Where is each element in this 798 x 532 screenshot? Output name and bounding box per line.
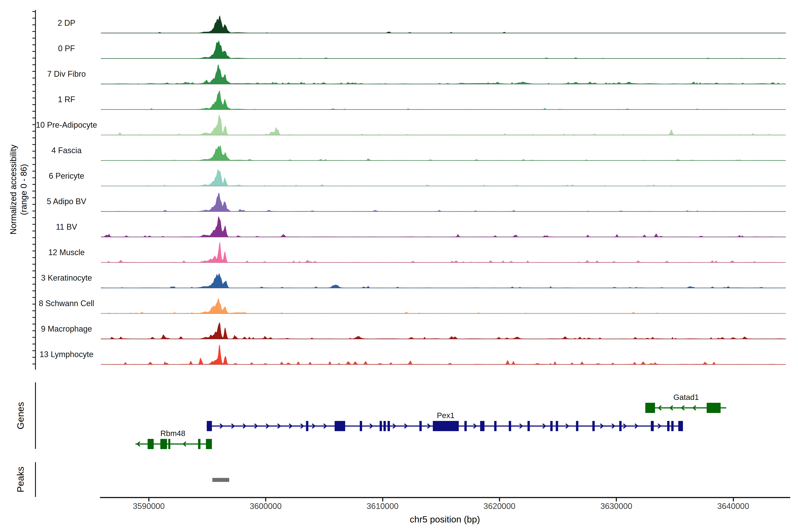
x-axis-title: chr5 position (bp): [356, 514, 534, 525]
gene-exon: [509, 421, 511, 431]
x-axis-tick: [616, 498, 617, 501]
track-label: 1 RF: [24, 94, 109, 105]
genome-tracks-figure: Normalized accessibility (range 0 - 86) …: [0, 0, 798, 532]
peaks-section-label: Peaks: [15, 467, 26, 493]
track-label: 10 Pre-Adipocyte: [24, 120, 109, 130]
gene-exon: [494, 421, 496, 431]
gene-exon: [433, 421, 459, 431]
gene-exon: [380, 421, 382, 431]
gene-exon: [576, 421, 578, 431]
genes-section-label: Genes: [15, 402, 26, 430]
gene-exon: [480, 421, 484, 431]
gene-exon: [528, 421, 530, 431]
tracks-axis-tick: [32, 117, 35, 118]
tracks-axis-tick: [32, 317, 35, 318]
tracks-axis-tick: [32, 137, 35, 138]
tracks-axis-tick: [32, 270, 35, 271]
track-signal: [101, 41, 786, 58]
gene-exon: [198, 439, 201, 449]
tracks-axis-tick: [32, 58, 35, 58]
track-label: 6 Pericyte: [24, 171, 109, 181]
tracks-axis-tick: [32, 11, 35, 12]
tracks-axis-tick: [32, 31, 35, 32]
x-axis-tick: [265, 498, 266, 501]
gene-exon: [678, 421, 683, 431]
x-axis-tick-label: 3620000: [466, 501, 533, 511]
tracks-axis-tick: [32, 244, 35, 245]
gene-exon: [148, 439, 154, 449]
gene-exon: [207, 421, 212, 431]
tracks-axis-tick: [32, 297, 35, 298]
tracks-axis-tick: [32, 337, 35, 338]
gene-exon: [335, 421, 345, 431]
tracks-axis-tick: [32, 64, 35, 65]
track-label: 9 Macrophage: [24, 324, 109, 334]
tracks-axis-tick: [32, 38, 35, 39]
x-axis-tick: [382, 498, 383, 501]
gene-exon: [592, 421, 595, 431]
gene-exon: [645, 403, 655, 413]
track-signal: [101, 345, 786, 364]
track-label: 5 Adipo BV: [24, 196, 109, 207]
gene-exon: [383, 421, 386, 431]
gene-exon: [306, 421, 308, 431]
x-axis-tick-label: 3610000: [349, 501, 416, 511]
gene-exon: [464, 421, 467, 431]
x-axis-tick-label: 3600000: [232, 501, 299, 511]
gene-exon: [619, 421, 622, 431]
x-axis-tick-label: 3640000: [700, 501, 766, 511]
track-signal: [101, 16, 786, 33]
track-label: 13 Lymphocyte: [24, 349, 109, 360]
gene-label: Gatad1: [673, 393, 699, 401]
track-signal: [101, 216, 786, 237]
gene-exon: [160, 439, 167, 449]
tracks-axis-tick: [32, 111, 35, 112]
x-axis-tick: [733, 498, 734, 501]
track-signal: [101, 91, 786, 110]
genes-bracket: [35, 382, 36, 449]
genes-panel: Gatad1Pex1Rbm48: [101, 392, 786, 451]
track-signal: [101, 273, 786, 288]
x-axis-tick-label: 3630000: [583, 501, 649, 511]
tracks-axis-tick: [32, 211, 35, 211]
track-label: 8 Schwann Cell: [24, 298, 109, 309]
track-signal: [101, 169, 786, 186]
y-axis-label-line1: Normalized accessibility: [8, 145, 19, 234]
tracks-axis-tick: [32, 363, 35, 364]
tracks-axis-tick: [32, 191, 35, 191]
gene-exon: [550, 421, 553, 431]
tracks-axis-tick: [32, 84, 35, 85]
gene-label: Pex1: [437, 411, 455, 420]
track-label: 3 Keratinocyte: [24, 273, 109, 283]
tracks-axis-tick: [32, 290, 35, 291]
track-signal: [101, 242, 786, 263]
track-signal: [101, 323, 786, 339]
called-peak-bar: [212, 478, 229, 482]
accessibility-tracks-panel: [101, 7, 786, 365]
track-label: 11 BV: [24, 222, 109, 232]
x-axis-tick-label: 3590000: [115, 501, 182, 511]
track-signal: [101, 146, 786, 160]
gene-exon: [387, 421, 390, 431]
gene-exon: [671, 421, 673, 431]
x-axis-line: [100, 497, 790, 498]
gene-exon: [419, 421, 422, 431]
gene-label: Rbm48: [160, 429, 185, 438]
track-label: 7 Div Fibro: [24, 69, 109, 79]
y-axis-label: Normalized accessibility (range 0 - 86): [8, 145, 29, 234]
y-axis-label-line2: (range 0 - 86): [19, 145, 29, 234]
track-signal: [101, 298, 786, 314]
tracks-axis-tick: [32, 144, 35, 145]
track-signal: [101, 115, 786, 135]
track-label: 12 Muscle: [24, 247, 109, 258]
gene-exon: [206, 439, 212, 449]
tracks-axis-tick: [32, 131, 35, 132]
gene-exon: [360, 421, 362, 431]
track-label: 0 PF: [24, 43, 109, 54]
gene-exon: [168, 439, 170, 449]
track-label: 4 Fascia: [24, 145, 109, 156]
tracks-axis-tick: [32, 310, 35, 311]
gene-exon: [667, 421, 670, 431]
tracks-axis-line: [35, 10, 36, 370]
tracks-axis-tick: [32, 164, 35, 165]
